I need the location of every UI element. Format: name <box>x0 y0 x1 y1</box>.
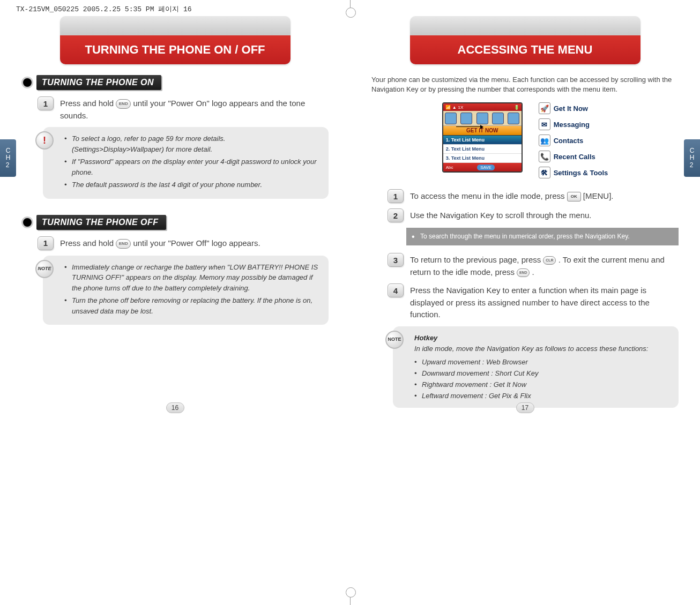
softkey-left: Abc <box>446 165 453 170</box>
hotkey-item: Leftward movement : Get Pix & Flix <box>414 391 669 402</box>
left-title-banner: TURNING THE PHONE ON / OFF <box>60 16 291 64</box>
step-num-4: 4 <box>388 283 404 297</box>
end-key-icon: END <box>116 239 131 249</box>
step-3: 3 To return to the previous page, press … <box>371 253 679 278</box>
phone-top-icon <box>492 113 504 124</box>
status-icon: ▲ <box>452 105 457 110</box>
step-num-2: 2 <box>388 208 404 222</box>
getitnow-icon: 🚀 <box>539 102 550 114</box>
hotkey-item: Downward movement : Short Cut Key <box>414 368 669 379</box>
step-1-text: To access the menu in the idle mode, pre… <box>410 189 614 203</box>
right-page: ACCESSING THE MENU CH2 Your phone can be… <box>350 16 700 424</box>
list-item: 3. Text List Menu <box>443 154 522 163</box>
crop-mark-bottom <box>350 589 351 605</box>
step-4-text: Press the Navigation Key to enter a func… <box>410 283 679 321</box>
section-off-label: TURNING THE PHONE OFF <box>36 215 166 230</box>
menu-item-getitnow: 🚀 Get It Now <box>539 102 608 114</box>
section-header-off: TURNING THE PHONE OFF <box>21 215 329 230</box>
menu-item-settings: 🛠 Settings & Tools <box>539 167 608 178</box>
step-off-1: 1 Press and hold END until your "Power O… <box>21 236 329 250</box>
page-spread: TURNING THE PHONE ON / OFF CH2 TURNING T… <box>0 0 700 424</box>
menu-item-label: Get It Now <box>554 104 588 113</box>
contacts-icon: 👥 <box>539 135 550 146</box>
note-badge-icon: NOTE <box>35 260 54 278</box>
section-bullet-icon <box>21 216 33 228</box>
messaging-icon: ✉ <box>539 118 550 130</box>
section-on-label: TURNING THE PHONE ON <box>36 75 161 90</box>
hotkey-title: Hotkey <box>414 333 669 344</box>
recentcalls-icon: 📞 <box>539 151 550 162</box>
end-key-icon: END <box>116 99 131 109</box>
hotkey-list: Upward movement : Web Browser Downward m… <box>414 357 669 401</box>
signal-icon: 📶 <box>445 105 451 110</box>
menu-item-label: Settings & Tools <box>554 169 608 177</box>
hotkey-intro: In idle mode, move the Navigation Key as… <box>414 343 669 355</box>
tip-text: To search through the menu in numerical … <box>420 233 630 240</box>
softkey-save: SAVE <box>477 165 495 170</box>
step-num-1: 1 <box>388 189 404 203</box>
phone-top-icon <box>508 113 519 124</box>
menu-item-label: Recent Calls <box>554 153 595 161</box>
phone-text-list: 1. Text List Menu 2. Text List Menu 3. T… <box>443 136 522 163</box>
clr-key-icon: CLR <box>543 256 556 265</box>
right-title-text: ACCESSING THE MENU <box>458 43 593 57</box>
phone-top-icon <box>445 113 457 124</box>
step-num-1: 1 <box>38 236 54 250</box>
chapter-label-right: CH2 <box>690 147 695 169</box>
hotkey-callout: NOTE Hotkey In idle mode, move the Navig… <box>393 326 679 408</box>
menu-list: 🚀 Get It Now ✉ Messaging 👥 Contacts 📞 Re… <box>539 102 608 178</box>
section-header-on: TURNING THE PHONE ON <box>21 75 329 90</box>
step-2-text: Use the Navigation Key to scroll through… <box>410 208 592 222</box>
callout-on-item: The default password is the last 4 digit… <box>64 180 319 190</box>
callout-off: NOTE Immediately change or recharge the … <box>43 256 329 325</box>
menu-item-label: Contacts <box>554 137 584 145</box>
left-page: TURNING THE PHONE ON / OFF CH2 TURNING T… <box>0 16 350 424</box>
hotkey-item: Rightward movement : Get It Now <box>414 379 669 391</box>
phone-top-icon <box>460 113 472 124</box>
callout-on-list: To select a logo, refer to page 59 for m… <box>64 133 319 190</box>
phone-status-bar: 📶 ▲ 1X 🔋 <box>443 103 522 111</box>
menu-item-label: Messaging <box>554 121 590 129</box>
menu-item-recentcalls: 📞 Recent Calls <box>539 151 608 162</box>
hotkey-item: Upward movement : Web Browser <box>414 357 669 368</box>
note-badge-icon: NOTE <box>385 331 404 349</box>
step-num-1: 1 <box>38 96 54 110</box>
list-item: 2. Text List Menu <box>443 145 522 154</box>
step-1: 1 To access the menu in the idle mode, p… <box>371 189 679 203</box>
callout-off-item: Turn the phone off before removing or re… <box>64 295 319 316</box>
page-number-left: 16 <box>166 402 184 413</box>
menu-item-contacts: 👥 Contacts <box>539 135 608 146</box>
step-2: 2 Use the Navigation Key to scroll throu… <box>371 208 679 222</box>
phone-softkey-bar: Abc SAVE <box>443 163 522 171</box>
menu-item-messaging: ✉ Messaging <box>539 118 608 130</box>
status-icon: 1X <box>458 105 464 110</box>
list-item: 1. Text List Menu <box>443 136 522 145</box>
right-title-banner: ACCESSING THE MENU <box>410 16 641 64</box>
step-off-1-text: Press and hold END until your "Power Off… <box>60 236 260 250</box>
left-title-text: TURNING THE PHONE ON / OFF <box>85 43 265 57</box>
menu-preview: 📶 ▲ 1X 🔋 GET IT NOW 1. Text List Menu 2.… <box>371 102 679 178</box>
alert-badge-icon: ! <box>35 131 54 150</box>
chapter-tab-left: CH2 <box>0 139 16 177</box>
ok-key-icon: OK <box>567 192 581 201</box>
callout-on-item: If "Password" appears on the display ent… <box>64 156 319 177</box>
page-number-right: 17 <box>516 402 534 413</box>
step-on-1-text: Press and hold END until your "Power On"… <box>60 96 329 122</box>
arrow-line-icon <box>456 126 483 127</box>
intro-text: Your phone can be customized via the men… <box>371 75 679 94</box>
section-bullet-icon <box>21 77 33 88</box>
chapter-label-left: CH2 <box>6 147 11 169</box>
phone-screen: 📶 ▲ 1X 🔋 GET IT NOW 1. Text List Menu 2.… <box>442 102 523 173</box>
callout-off-item: Immediately change or recharge the batte… <box>64 262 319 294</box>
doc-header-text: TX-215VM_050225 2005.2.25 5:35 PM 페이지 16 <box>16 4 192 14</box>
phone-top-icon <box>476 113 488 124</box>
callout-on: ! To select a logo, refer to page 59 for… <box>43 127 329 199</box>
end-key-icon: END <box>517 268 530 277</box>
callout-on-item: To select a logo, refer to page 59 for m… <box>64 133 319 154</box>
callout-off-list: Immediately change or recharge the batte… <box>64 262 319 317</box>
crop-mark-top <box>350 0 351 16</box>
chapter-tab-right: CH2 <box>684 139 700 177</box>
phone-icon-row <box>443 111 522 126</box>
step-num-3: 3 <box>388 253 404 267</box>
step-4: 4 Press the Navigation Key to enter a fu… <box>371 283 679 321</box>
